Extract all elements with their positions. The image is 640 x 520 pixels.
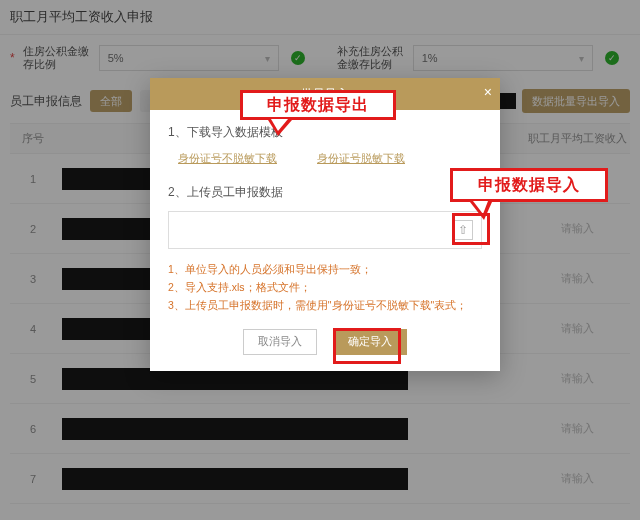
import-notes: 1、单位导入的人员必须和导出保持一致； 2、导入支持.xls；格式文件； 3、上… <box>168 261 482 315</box>
callout-tail-fill <box>271 119 288 131</box>
callout-import-label: 申报数据导入 <box>478 175 580 196</box>
bulk-import-modal: 批量导入 × 1、下载导入数据模板 身份证号不脱敏下载 身份证号脱敏下载 2、上… <box>150 78 500 371</box>
download-unmasked-link[interactable]: 身份证号不脱敏下载 <box>178 151 277 166</box>
note-line: 3、上传员工申报数据时，需使用"身份证号不脱敏下载"表式； <box>168 297 482 315</box>
close-icon[interactable]: × <box>484 84 492 100</box>
callout-import: 申报数据导入 <box>450 168 608 202</box>
cancel-button[interactable]: 取消导入 <box>243 329 317 355</box>
step2-label: 2、上传员工申报数据 <box>168 184 482 201</box>
upload-field[interactable]: ⇧ <box>168 211 482 249</box>
callout-export-label: 申报数据导出 <box>267 95 369 116</box>
note-line: 2、导入支持.xls；格式文件； <box>168 279 482 297</box>
note-line: 1、单位导入的人员必须和导出保持一致； <box>168 261 482 279</box>
download-masked-link[interactable]: 身份证号脱敏下载 <box>317 151 405 166</box>
callout-export: 申报数据导出 <box>240 90 396 120</box>
highlight-confirm-button <box>333 328 401 364</box>
step1-label: 1、下载导入数据模板 <box>168 124 482 141</box>
highlight-upload-icon <box>452 213 490 245</box>
